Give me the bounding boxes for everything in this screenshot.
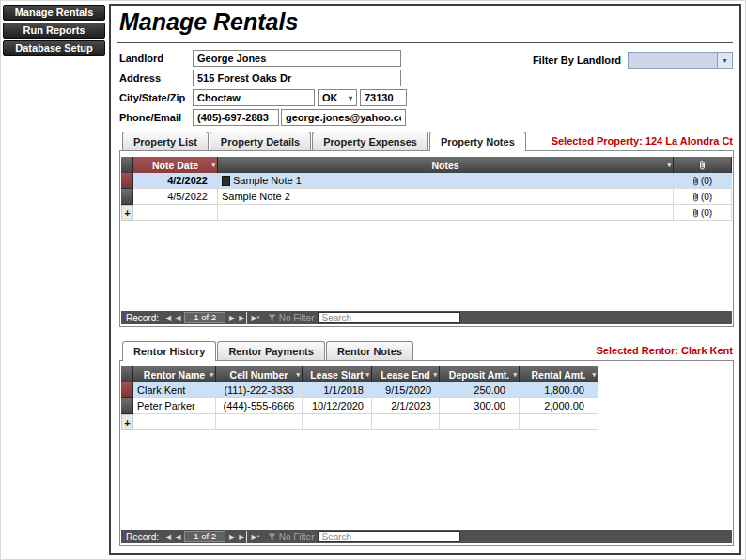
sidebar-item-database-setup[interactable]: Database Setup bbox=[3, 40, 105, 56]
lease-end-cell[interactable]: 2/1/2023 bbox=[372, 398, 440, 414]
new-record-selector[interactable]: + bbox=[121, 414, 133, 430]
note-date-cell[interactable]: 4/5/2022 bbox=[133, 189, 218, 205]
lease-start-cell[interactable]: 10/12/2020 bbox=[303, 398, 372, 414]
no-filter-button[interactable]: No Filter bbox=[268, 532, 315, 542]
deposit-amt-column-header[interactable]: Deposit Amt. ▾ bbox=[440, 366, 520, 382]
tab-property-list[interactable]: Property List bbox=[122, 132, 209, 150]
attachment-cell[interactable]: (0) bbox=[674, 189, 732, 205]
chevron-down-icon[interactable]: ▾ bbox=[349, 94, 352, 102]
sidebar-item-run-reports[interactable]: Run Reports bbox=[3, 23, 105, 39]
rentor-name-cell[interactable] bbox=[133, 414, 216, 430]
notes-cell[interactable]: Sample Note 2 bbox=[218, 189, 674, 205]
attachment-cell[interactable]: (0) bbox=[674, 205, 732, 221]
first-record-button[interactable]: ◀ bbox=[163, 312, 171, 324]
cell-number-cell[interactable]: (444)-555-6666 bbox=[216, 398, 303, 414]
search-input[interactable] bbox=[318, 531, 460, 542]
last-record-button[interactable]: ▶ bbox=[239, 312, 247, 324]
notes-cell[interactable] bbox=[218, 205, 674, 221]
tab-rentor-history[interactable]: Rentor History bbox=[122, 341, 216, 361]
rental-amt-cell[interactable]: 1,800.00 bbox=[520, 382, 598, 398]
new-record-selector[interactable]: + bbox=[121, 205, 133, 221]
tab-property-notes[interactable]: Property Notes bbox=[429, 132, 526, 151]
paperclip-icon bbox=[692, 192, 699, 202]
address-label: Address bbox=[119, 72, 193, 84]
deposit-amt-cell[interactable]: 300.00 bbox=[440, 398, 520, 414]
new-record-row: + bbox=[121, 414, 598, 430]
new-record-row: + (0) bbox=[121, 205, 732, 221]
sort-dropdown-icon[interactable]: ▾ bbox=[211, 162, 215, 169]
deposit-amt-cell[interactable]: 250.00 bbox=[440, 382, 520, 398]
property-tab-control: Property List Property Details Property … bbox=[119, 132, 734, 327]
rentor-tab-control: Rentor History Rentor Payments Rentor No… bbox=[119, 341, 734, 546]
row-selector[interactable] bbox=[121, 398, 133, 414]
new-record-button[interactable]: ▶* bbox=[251, 531, 259, 543]
lease-end-column-header[interactable]: Lease End ▾ bbox=[372, 366, 440, 382]
city-state-zip-label: City/State/Zip bbox=[119, 92, 193, 103]
phone-field[interactable] bbox=[193, 109, 279, 126]
city-field[interactable] bbox=[193, 89, 315, 106]
lease-start-cell[interactable] bbox=[303, 414, 372, 430]
tab-rentor-payments[interactable]: Rentor Payments bbox=[217, 341, 324, 360]
tab-property-expenses[interactable]: Property Expenses bbox=[312, 132, 428, 150]
funnel-icon bbox=[268, 533, 276, 541]
attachment-cell[interactable]: (0) bbox=[674, 173, 732, 189]
table-row: 4/2/2022 Sample Note 1 (0) bbox=[121, 173, 732, 189]
rentor-history-header-row: Rentor Name ▾ Cell Number ▾ Lease Start … bbox=[121, 366, 598, 382]
paperclip-icon bbox=[692, 176, 699, 186]
notes-cell[interactable]: Sample Note 1 bbox=[218, 173, 674, 189]
first-record-button[interactable]: ◀ bbox=[163, 531, 171, 543]
zip-field[interactable] bbox=[360, 89, 407, 106]
lease-end-cell[interactable] bbox=[372, 414, 440, 430]
sort-dropdown-icon[interactable]: ▾ bbox=[296, 371, 300, 379]
notes-column-header[interactable]: Notes ▾ bbox=[218, 157, 674, 173]
row-selector[interactable] bbox=[121, 189, 133, 205]
page-title: Manage Rentals bbox=[119, 8, 298, 36]
previous-record-button[interactable]: ◀ bbox=[175, 312, 180, 324]
landlord-field[interactable] bbox=[193, 50, 401, 67]
lease-start-cell[interactable]: 1/1/2018 bbox=[303, 382, 372, 398]
lease-end-cell[interactable]: 9/15/2020 bbox=[372, 382, 440, 398]
sort-dropdown-icon[interactable]: ▾ bbox=[210, 371, 213, 379]
record-position[interactable]: 1 of 2 bbox=[184, 531, 225, 542]
chevron-down-icon[interactable]: ▾ bbox=[717, 53, 732, 68]
rental-amt-cell[interactable]: 2,000.00 bbox=[520, 398, 598, 414]
sidebar-item-manage-rentals[interactable]: Manage Rentals bbox=[3, 5, 105, 21]
next-record-button[interactable]: ▶ bbox=[229, 531, 235, 543]
rentor-name-column-header[interactable]: Rentor Name ▾ bbox=[133, 366, 216, 382]
tab-rentor-notes[interactable]: Rentor Notes bbox=[326, 341, 413, 360]
cell-number-cell[interactable] bbox=[216, 414, 303, 430]
previous-record-button[interactable]: ◀ bbox=[175, 531, 180, 543]
rentor-name-cell[interactable]: Peter Parker bbox=[133, 398, 216, 414]
sort-dropdown-icon[interactable]: ▾ bbox=[592, 371, 596, 379]
deposit-amt-cell[interactable] bbox=[440, 414, 520, 430]
paperclip-icon bbox=[692, 208, 699, 218]
attachment-column-header[interactable] bbox=[674, 157, 732, 173]
note-date-column-header[interactable]: Note Date ▾ bbox=[133, 157, 218, 173]
rentor-name-cell[interactable]: Clark Kent bbox=[133, 382, 216, 398]
row-selector[interactable] bbox=[121, 382, 133, 398]
sort-dropdown-icon[interactable]: ▾ bbox=[433, 371, 437, 379]
rental-amt-cell[interactable] bbox=[520, 414, 598, 430]
tab-property-details[interactable]: Property Details bbox=[210, 132, 311, 150]
no-filter-button[interactable]: No Filter bbox=[268, 313, 315, 323]
note-date-cell[interactable]: 4/2/2022 bbox=[133, 173, 218, 189]
sort-dropdown-icon[interactable]: ▾ bbox=[365, 371, 369, 379]
new-record-button[interactable]: ▶* bbox=[251, 312, 259, 324]
filter-by-landlord-combo[interactable]: ▾ bbox=[628, 52, 733, 69]
cell-number-cell[interactable]: (111)-222-3333 bbox=[216, 382, 303, 398]
address-field[interactable] bbox=[193, 70, 401, 86]
next-record-button[interactable]: ▶ bbox=[229, 312, 235, 324]
lease-start-column-header[interactable]: Lease Start ▾ bbox=[303, 366, 372, 382]
sort-dropdown-icon[interactable]: ▾ bbox=[667, 162, 671, 169]
state-combo[interactable]: OK ▾ bbox=[318, 89, 357, 106]
cell-number-column-header[interactable]: Cell Number ▾ bbox=[216, 366, 303, 382]
rental-amt-column-header[interactable]: Rental Amt. ▾ bbox=[520, 366, 598, 382]
sort-dropdown-icon[interactable]: ▾ bbox=[513, 371, 517, 379]
search-input[interactable] bbox=[318, 312, 460, 323]
last-record-button[interactable]: ▶ bbox=[239, 531, 247, 543]
email-field[interactable] bbox=[281, 109, 406, 126]
state-value: OK bbox=[322, 92, 338, 103]
record-position[interactable]: 1 of 2 bbox=[184, 312, 225, 323]
note-date-cell[interactable] bbox=[133, 205, 218, 221]
row-selector[interactable] bbox=[121, 173, 133, 189]
